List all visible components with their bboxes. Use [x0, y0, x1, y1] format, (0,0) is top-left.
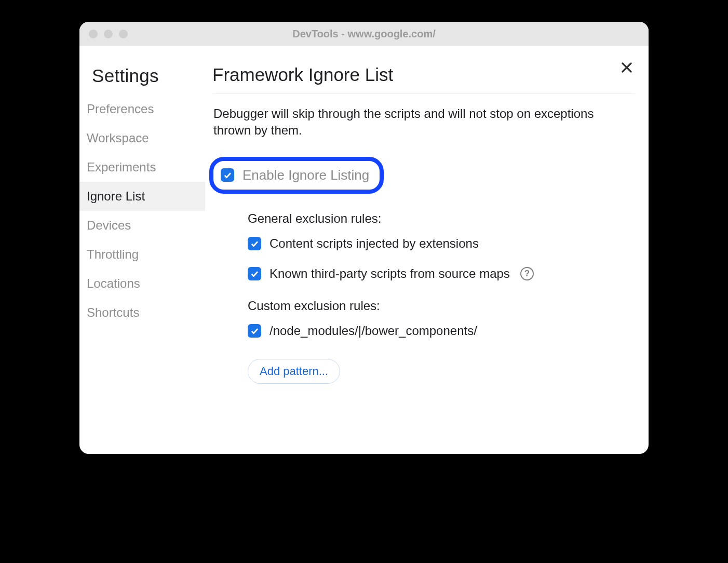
- custom-exclusion-section: Custom exclusion rules: /node_modules/|/…: [212, 299, 638, 384]
- traffic-light-zoom[interactable]: [119, 30, 128, 38]
- settings-body: Settings Preferences Workspace Experimen…: [79, 46, 649, 454]
- custom-rule-checkbox[interactable]: [248, 324, 261, 338]
- settings-main: Framework Ignore List Debugger will skip…: [205, 59, 649, 454]
- traffic-light-minimize[interactable]: [104, 30, 113, 38]
- rule-content-scripts-checkbox[interactable]: [248, 237, 261, 250]
- custom-exclusion-heading: Custom exclusion rules:: [248, 299, 638, 313]
- enable-ignore-listing-label: Enable Ignore Listing: [242, 167, 369, 183]
- help-icon[interactable]: ?: [520, 267, 534, 280]
- sidebar-item-experiments[interactable]: Experiments: [79, 153, 205, 182]
- traffic-lights: [79, 30, 128, 38]
- sidebar-item-devices[interactable]: Devices: [79, 211, 205, 240]
- rule-third-party-checkbox[interactable]: [248, 267, 261, 280]
- rule-third-party-label: Known third-party scripts from source ma…: [269, 266, 510, 281]
- close-icon[interactable]: [619, 60, 634, 75]
- add-pattern-button[interactable]: Add pattern...: [248, 359, 340, 384]
- custom-rule-label: /node_modules/|/bower_components/: [269, 324, 477, 338]
- rule-content-scripts-label: Content scripts injected by extensions: [269, 236, 479, 251]
- devtools-settings-window: DevTools - www.google.com/ Settings Pref…: [79, 22, 649, 454]
- general-exclusion-heading: General exclusion rules:: [248, 211, 638, 226]
- window-title: DevTools - www.google.com/: [79, 28, 649, 40]
- sidebar-item-preferences[interactable]: Preferences: [79, 95, 205, 124]
- sidebar-item-workspace[interactable]: Workspace: [79, 124, 205, 153]
- rule-content-scripts: Content scripts injected by extensions: [248, 236, 638, 251]
- page-description: Debugger will skip through the scripts a…: [212, 94, 638, 139]
- rule-third-party: Known third-party scripts from source ma…: [248, 266, 638, 281]
- settings-sidebar: Settings Preferences Workspace Experimen…: [79, 59, 205, 454]
- sidebar-item-throttling[interactable]: Throttling: [79, 240, 205, 269]
- custom-rule-row: /node_modules/|/bower_components/: [248, 324, 638, 338]
- enable-ignore-listing-checkbox[interactable]: [221, 168, 234, 182]
- page-title: Framework Ignore List: [212, 64, 635, 94]
- sidebar-title: Settings: [79, 65, 205, 95]
- enable-ignore-listing-highlight: Enable Ignore Listing: [209, 157, 384, 194]
- sidebar-item-locations[interactable]: Locations: [79, 269, 205, 298]
- sidebar-item-ignore-list[interactable]: Ignore List: [79, 182, 205, 211]
- traffic-light-close[interactable]: [89, 30, 98, 38]
- titlebar: DevTools - www.google.com/: [79, 22, 649, 46]
- sidebar-item-shortcuts[interactable]: Shortcuts: [79, 298, 205, 327]
- general-exclusion-section: General exclusion rules: Content scripts…: [212, 211, 638, 281]
